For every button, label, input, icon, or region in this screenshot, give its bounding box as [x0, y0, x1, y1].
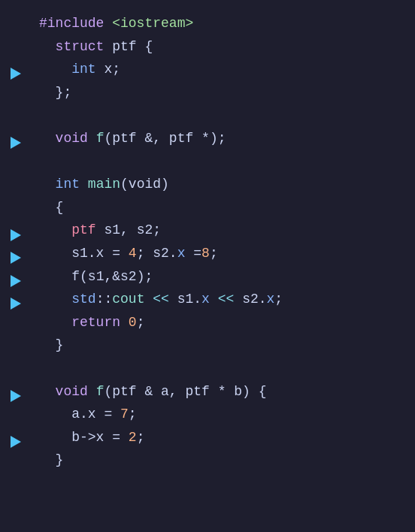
code-token — [39, 39, 56, 54]
code-token: (s1,&s2); — [80, 269, 153, 284]
code-token: s1, s2; — [96, 222, 161, 237]
code-token: f — [96, 131, 105, 146]
code-token — [120, 315, 129, 330]
code-token: s2. — [234, 292, 266, 307]
code-token: int — [56, 177, 80, 192]
code-line: ptf s1, s2; — [39, 219, 400, 242]
code-token: <iostream> — [112, 16, 193, 31]
code-token: s1.x = — [71, 246, 129, 261]
code-token: (ptf &, ptf *); — [104, 131, 226, 146]
code-token — [39, 407, 71, 422]
code-token: x — [267, 292, 275, 307]
code-token: ptf { — [104, 39, 153, 54]
code-token: x; — [96, 62, 120, 77]
code-line: #include <iostream> — [39, 12, 400, 35]
code-token: ; — [210, 246, 218, 261]
code-token: (void) — [120, 177, 169, 192]
code-token: int — [71, 62, 95, 77]
code-token: 8 — [201, 246, 210, 261]
code-token — [39, 222, 71, 237]
code-line: b->x = 2; — [39, 426, 400, 449]
breakpoint-arrow-icon — [11, 390, 21, 402]
code-line: return 0; — [39, 311, 400, 334]
code-editor: #include <iostream> struct ptf { int x; … — [0, 0, 415, 532]
code-token — [39, 384, 56, 399]
code-token — [39, 177, 56, 192]
code-token: << — [153, 292, 169, 307]
code-token: ; — [274, 292, 283, 307]
code-token: b->x = — [71, 430, 129, 445]
code-token — [210, 292, 218, 307]
code-token — [144, 292, 153, 307]
code-token: s1. — [169, 292, 201, 307]
code-token — [39, 269, 71, 284]
code-token — [39, 315, 71, 330]
code-token: void — [56, 131, 88, 146]
code-line: std::cout << s1.x << s2.x; — [39, 288, 400, 311]
code-token: 0 — [129, 315, 137, 330]
code-line: void f(ptf &, ptf *); — [39, 127, 400, 150]
code-token: ptf — [71, 222, 95, 237]
code-line — [39, 357, 400, 380]
code-token: a.x = — [71, 407, 120, 422]
code-token: #include — [39, 16, 112, 31]
code-token — [39, 131, 56, 146]
code-token — [39, 292, 71, 307]
code-token: { — [39, 200, 63, 215]
code-token: 4 — [129, 246, 137, 261]
code-token: } — [39, 337, 63, 352]
code-line: int main(void) — [39, 173, 400, 196]
code-token: return — [71, 315, 120, 330]
code-token: f — [71, 269, 80, 284]
breakpoint-arrow-icon — [11, 229, 21, 241]
code-token: struct — [56, 39, 105, 54]
code-token: 2 — [129, 430, 137, 445]
code-token: :: — [96, 292, 113, 307]
code-token: ; — [137, 315, 145, 330]
code-token: 7 — [120, 407, 129, 422]
code-line: { — [39, 196, 400, 219]
code-token: main — [88, 177, 120, 192]
code-line: struct ptf { — [39, 35, 400, 59]
code-token — [80, 177, 88, 192]
code-token: << — [218, 292, 235, 307]
code-token — [39, 430, 71, 445]
breakpoint-arrow-icon — [11, 436, 21, 448]
code-line: int x; — [39, 58, 400, 81]
breakpoint-arrow-icon — [11, 68, 21, 80]
code-token: x — [177, 246, 186, 261]
breakpoint-arrow-icon — [11, 137, 21, 149]
breakpoint-arrow-icon — [11, 252, 21, 264]
code-line: void f(ptf & a, ptf * b) { — [39, 380, 400, 404]
code-token — [39, 62, 71, 77]
code-token: ; s2. — [137, 246, 177, 261]
code-line — [39, 104, 400, 127]
code-token — [39, 246, 71, 261]
breakpoint-arrow-icon — [11, 298, 21, 310]
code-token: = — [185, 246, 201, 261]
code-line: f(s1,&s2); — [39, 265, 400, 289]
code-token: std — [71, 292, 95, 307]
code-token: ; — [137, 430, 145, 445]
code-token — [88, 131, 96, 146]
code-line: }; — [39, 81, 400, 104]
code-token: } — [39, 452, 63, 467]
breakpoint-arrow-icon — [11, 275, 21, 287]
code-token — [88, 384, 96, 399]
code-token: x — [201, 292, 210, 307]
code-line — [39, 150, 400, 174]
code-line: s1.x = 4; s2.x =8; — [39, 242, 400, 265]
code-line: } — [39, 334, 400, 357]
code-token: ; — [129, 407, 137, 422]
code-line: a.x = 7; — [39, 403, 400, 426]
code-line: } — [39, 449, 400, 472]
code-token: void — [56, 384, 88, 399]
code-token: }; — [39, 85, 71, 100]
code-token: (ptf & a, ptf * b) { — [104, 384, 266, 399]
code-token: cout — [112, 292, 144, 307]
code-token: f — [96, 384, 105, 399]
